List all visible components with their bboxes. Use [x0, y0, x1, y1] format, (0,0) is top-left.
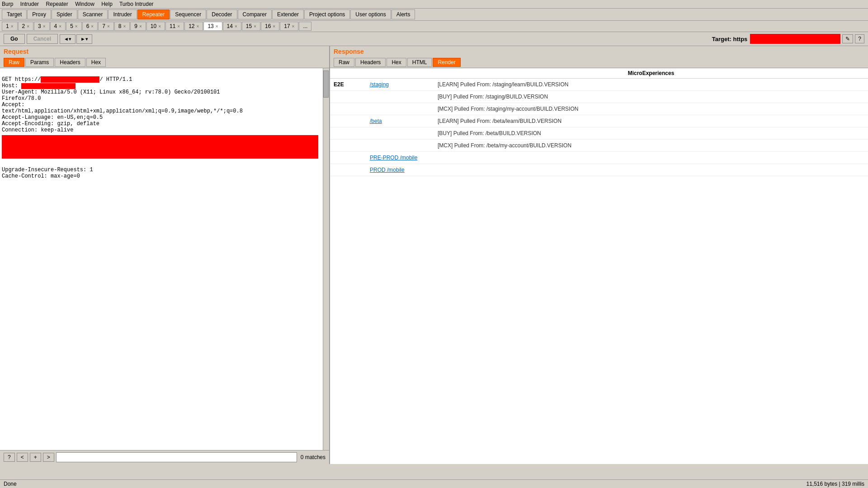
target-label: Target: https: [712, 36, 747, 42]
main-tab-target[interactable]: Target: [2, 9, 27, 19]
target-value: [750, 34, 840, 44]
search-input[interactable]: [56, 452, 297, 462]
search-forward-button[interactable]: >: [43, 453, 54, 462]
rep-tab-8[interactable]: 8×: [114, 22, 130, 31]
rep-tab-5[interactable]: 5×: [66, 22, 82, 31]
env-link-2[interactable]: PRE-PROD /mobile: [370, 155, 417, 161]
main-tab-repeater[interactable]: Repeater: [137, 9, 170, 19]
rep-tab-close-7[interactable]: ×: [107, 24, 110, 29]
menu-window[interactable]: Window: [75, 1, 94, 7]
search-add-button[interactable]: +: [30, 453, 41, 462]
col-microexperiences: MicroExperiences: [434, 68, 868, 79]
table-row: [BUY] Pulled From: /staging/BUILD.VERSIO…: [330, 91, 868, 103]
request-content-area: GET https:/// HTTP/1.1 Host: User-Agent:…: [0, 68, 329, 450]
col-path: [366, 68, 434, 79]
rep-tab-7[interactable]: 7×: [98, 22, 114, 31]
rep-tab-4[interactable]: 4×: [50, 22, 66, 31]
target-help-button[interactable]: ?: [855, 34, 864, 43]
response-table: MicroExperiences E2E/staging[LEARN] Pull…: [330, 68, 868, 176]
main-tab-scanner[interactable]: Scanner: [78, 9, 108, 19]
rep-tab-close-4[interactable]: ×: [59, 24, 61, 29]
rep-tab-12[interactable]: 12×: [184, 22, 203, 31]
rep-tab-14[interactable]: 14×: [223, 22, 241, 31]
table-row: PRE-PROD /mobile: [330, 152, 868, 164]
col-env: [330, 68, 366, 79]
rep-tab-17[interactable]: 17×: [280, 22, 298, 31]
scrollbar-thumb[interactable]: [323, 70, 329, 98]
response-tbody: E2E/staging[LEARN] Pulled From: /staging…: [330, 79, 868, 176]
back-button[interactable]: ◄▾: [60, 34, 75, 44]
main-tab-comparer[interactable]: Comparer: [238, 9, 272, 19]
request-scrollbar[interactable]: [323, 68, 329, 450]
env-link-1[interactable]: /beta: [370, 118, 382, 124]
main-tab-project-options[interactable]: Project options: [304, 9, 350, 19]
cancel-button[interactable]: Cancel: [27, 34, 58, 44]
go-button[interactable]: Go: [4, 34, 25, 44]
main-tab-user-options[interactable]: User options: [350, 9, 391, 19]
rep-tab-close-5[interactable]: ×: [75, 24, 78, 29]
rep-tab-close-10[interactable]: ×: [158, 24, 161, 29]
rep-tab-close-2[interactable]: ×: [27, 24, 29, 29]
main-tab-proxy[interactable]: Proxy: [27, 9, 51, 19]
table-row: [BUY] Pulled From: /beta/BUILD.VERSION: [330, 127, 868, 140]
rep-tab-close-8[interactable]: ×: [123, 24, 126, 29]
response-tab-html[interactable]: HTML: [407, 58, 432, 67]
rep-tab-close-15[interactable]: ×: [254, 24, 256, 29]
menu-intruder[interactable]: Intruder: [20, 1, 39, 7]
request-tab-raw[interactable]: Raw: [4, 58, 24, 67]
table-row: PROD /mobile: [330, 164, 868, 176]
forward-button[interactable]: ►▾: [76, 34, 92, 44]
rep-tab-6[interactable]: 6×: [82, 22, 98, 31]
menu-help[interactable]: Help: [101, 1, 113, 7]
rep-tab-close-17[interactable]: ×: [292, 24, 295, 29]
response-panel: Response Raw Headers Hex HTML Render Mic…: [330, 46, 868, 464]
response-tab-hex[interactable]: Hex: [387, 58, 406, 67]
search-back-button[interactable]: <: [17, 453, 28, 462]
main-tab-sequencer[interactable]: Sequencer: [170, 9, 206, 19]
request-tab-headers[interactable]: Headers: [55, 58, 85, 67]
rep-tab-close-11[interactable]: ×: [177, 24, 180, 29]
request-text[interactable]: GET https:/// HTTP/1.1 Host: User-Agent:…: [0, 68, 329, 432]
rep-tab-close-13[interactable]: ×: [216, 24, 218, 29]
response-subtabs: Raw Headers Hex HTML Render: [330, 57, 868, 68]
main-tab-alerts[interactable]: Alerts: [392, 9, 415, 19]
main-tab-spider[interactable]: Spider: [52, 9, 77, 19]
rep-tab-9[interactable]: 9×: [130, 22, 146, 31]
search-help-button[interactable]: ?: [4, 453, 15, 462]
rep-tab-3[interactable]: 3×: [34, 22, 50, 31]
response-tab-render[interactable]: Render: [433, 58, 460, 67]
request-tab-params[interactable]: Params: [25, 58, 54, 67]
rep-tab-close-9[interactable]: ×: [139, 24, 142, 29]
main-tab-intruder[interactable]: Intruder: [108, 9, 137, 19]
rep-tab-close-1[interactable]: ×: [11, 24, 14, 29]
response-tab-headers[interactable]: Headers: [355, 58, 386, 67]
rep-tab-...[interactable]: ...: [299, 22, 311, 31]
menu-bar: Burp Intruder Repeater Window Help Turbo…: [0, 0, 868, 9]
rep-tab-close-3[interactable]: ×: [43, 24, 46, 29]
rep-tab-1[interactable]: 1×: [2, 22, 18, 31]
menu-repeater[interactable]: Repeater: [46, 1, 68, 7]
env-link-3[interactable]: PROD /mobile: [370, 167, 405, 173]
rep-tab-15[interactable]: 15×: [242, 22, 260, 31]
menu-burp[interactable]: Burp: [2, 1, 13, 7]
response-content-area: MicroExperiences E2E/staging[LEARN] Pull…: [330, 68, 868, 464]
target-edit-button[interactable]: ✎: [842, 34, 853, 43]
rep-tab-2[interactable]: 2×: [18, 22, 34, 31]
rep-tab-16[interactable]: 16×: [261, 22, 279, 31]
rep-tab-close-6[interactable]: ×: [91, 24, 94, 29]
menu-turbo-intruder[interactable]: Turbo Intruder: [119, 1, 154, 7]
rep-tab-close-12[interactable]: ×: [197, 24, 199, 29]
rep-tab-10[interactable]: 10×: [146, 22, 165, 31]
env-link-0[interactable]: /staging: [370, 81, 389, 88]
table-row: /beta[LEARN] Pulled From: /beta/learn/BU…: [330, 115, 868, 127]
response-tab-raw[interactable]: Raw: [334, 58, 354, 67]
rep-tab-close-14[interactable]: ×: [235, 24, 237, 29]
toolbar: Go Cancel ◄▾ ►▾ Target: https ✎ ?: [0, 32, 868, 46]
rep-tab-13[interactable]: 13×: [203, 22, 222, 31]
main-tab-extender[interactable]: Extender: [272, 9, 304, 19]
main-tab-decoder[interactable]: Decoder: [207, 9, 237, 19]
response-title: Response: [330, 46, 868, 57]
rep-tab-11[interactable]: 11×: [165, 22, 184, 31]
rep-tab-close-16[interactable]: ×: [273, 24, 275, 29]
request-tab-hex[interactable]: Hex: [86, 58, 106, 67]
